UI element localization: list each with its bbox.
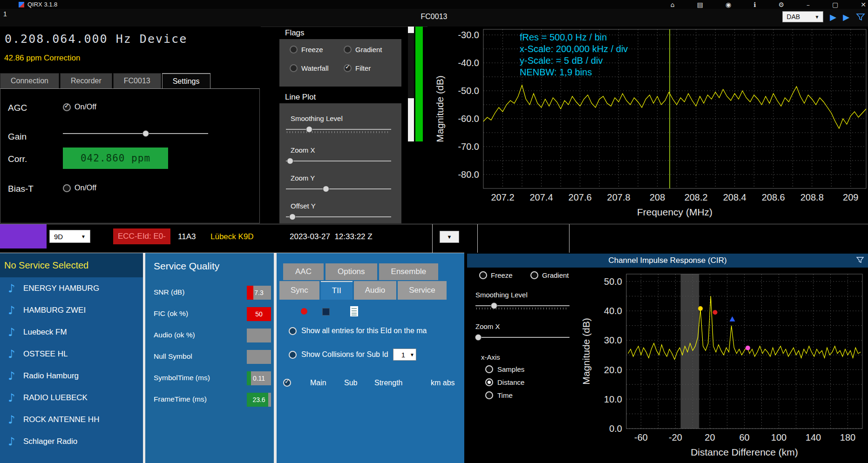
cir-freeze-radio[interactable] [479, 271, 487, 279]
service-item[interactable]: ♪ ENERGY HAMBURG [0, 277, 143, 299]
ensemble-name: Lübeck K9D [210, 232, 254, 242]
xaxis-time-option[interactable]: Time [481, 391, 513, 399]
cir-zoomx-track[interactable] [475, 337, 570, 338]
tab-fc0013[interactable]: FC0013 [113, 73, 161, 88]
service-item[interactable]: ♪ HAMBURG ZWEI [0, 299, 143, 321]
document-icon[interactable] [350, 306, 358, 316]
filter-funnel-icon[interactable] [856, 256, 864, 264]
service-item[interactable]: ♪ Luebeck FM [0, 321, 143, 343]
svg-text:209: 209 [843, 192, 858, 202]
tab-service[interactable]: Service [398, 281, 447, 300]
tab-tii[interactable]: TII [321, 281, 353, 300]
xaxis-samples-radio[interactable] [485, 365, 493, 373]
service-item[interactable]: ♪ RADIO LUEBECK [0, 387, 143, 409]
tab-settings[interactable]: Settings [162, 73, 210, 88]
cir-freeze-option[interactable]: Freeze [475, 271, 513, 279]
music-note-icon: ♪ [0, 348, 23, 361]
minimize-icon[interactable]: – [807, 1, 810, 8]
level-scrollbar[interactable] [408, 27, 414, 141]
offsety-slider-thumb[interactable] [289, 214, 296, 220]
zoomx-slider-thumb[interactable] [287, 158, 293, 164]
map-icon[interactable]: ▤ [697, 1, 703, 8]
close-icon[interactable]: ✕ [861, 1, 866, 8]
music-note-icon: ♪ [0, 326, 23, 339]
service-item[interactable]: ♪ Schlager Radio [0, 430, 143, 452]
offsety-slider[interactable] [286, 213, 391, 221]
smoothing-slider-thumb[interactable] [306, 126, 312, 133]
xaxis-distance-option[interactable]: Distance [481, 378, 524, 386]
freeze-option[interactable]: Freeze [286, 46, 323, 54]
gradient-option[interactable]: Gradient [340, 46, 382, 54]
settings-gear-icon[interactable]: ⚙ [778, 1, 784, 8]
home-icon[interactable]: ⌂ [671, 1, 675, 8]
agc-control[interactable]: On/Off [63, 103, 96, 111]
spectrum-plot[interactable]: 207.2207.4207.6207.8208208.2208.4208.620… [427, 27, 868, 224]
cir-gradient-radio[interactable] [530, 271, 538, 279]
filter-option[interactable]: Filter [340, 64, 371, 72]
smoothing-slider-track[interactable] [286, 129, 391, 130]
channel-select[interactable]: 9D ▼ [49, 230, 90, 243]
zoomy-slider[interactable] [286, 185, 391, 193]
xaxis-samples-option[interactable]: Samples [481, 365, 524, 373]
service-item[interactable]: ♪ Radio Hamburg [0, 365, 143, 387]
mode-select[interactable]: DAB ▼ [782, 11, 823, 22]
xaxis-distance-radio[interactable] [485, 378, 493, 386]
ensemble-dropdown-button[interactable]: ▼ [440, 231, 459, 243]
svg-text:-40.0: -40.0 [458, 58, 479, 68]
show-all-entries-radio[interactable] [289, 327, 297, 335]
symboltime-label: SymbolTime (ms) [154, 374, 210, 382]
level-scrollbar-thumb[interactable] [408, 33, 414, 98]
zoomx-slider[interactable] [286, 157, 391, 165]
app-logo-icon [19, 2, 24, 7]
smoothing-slider[interactable] [286, 126, 391, 133]
tii-table-header: Main Sub Strength km abs [283, 378, 460, 389]
play-all-icon[interactable]: ▶ [843, 12, 849, 22]
filter-funnel-icon[interactable] [856, 13, 865, 21]
cir-gradient-option[interactable]: Gradient [527, 271, 569, 279]
frametime-value: 23.6 [247, 393, 271, 407]
xaxis-time-radio[interactable] [485, 391, 493, 399]
gain-slider-track[interactable] [63, 133, 208, 134]
service-item[interactable]: ♪ OSTSEE HL [0, 343, 143, 365]
gain-slider[interactable] [63, 130, 208, 137]
waterfall-option[interactable]: Waterfall [286, 64, 329, 72]
broadcast-icon[interactable]: ◉ [726, 1, 731, 8]
zoomy-slider-track[interactable] [286, 188, 391, 189]
svg-text:-60.0: -60.0 [458, 114, 479, 124]
cir-plot[interactable]: -60-2020601001401800.010.020.030.040.050… [577, 268, 868, 463]
biast-checkbox[interactable] [63, 184, 71, 192]
subid-select[interactable]: 1 ▼ [393, 349, 416, 361]
tab-ensemble[interactable]: Ensemble [379, 263, 439, 280]
cir-smoothing-slider[interactable] [475, 302, 570, 309]
tab-connection[interactable]: Connection [0, 73, 59, 88]
info-icon[interactable]: ℹ [753, 1, 756, 8]
tab-aac[interactable]: AAC [283, 263, 324, 280]
tab-recorder[interactable]: Recorder [60, 73, 112, 88]
cir-smoothing-track[interactable] [475, 305, 570, 306]
play-icon[interactable]: ▶ [830, 12, 836, 22]
cir-zoomx-thumb[interactable] [475, 334, 481, 341]
service-item[interactable]: ♪ ROCK ANTENNE HH [0, 409, 143, 430]
zoomy-slider-thumb[interactable] [323, 186, 329, 192]
fic-value: 50 [247, 307, 271, 321]
tab-audio[interactable]: Audio [354, 281, 396, 300]
tii-table-checkbox[interactable] [283, 379, 291, 387]
show-collisions-radio[interactable] [289, 351, 297, 359]
maximize-icon[interactable]: ▢ [832, 1, 838, 8]
freeze-radio[interactable] [290, 46, 298, 54]
waterfall-radio[interactable] [290, 64, 298, 72]
decoder-sub-tabs: Sync TII Audio Service [279, 281, 447, 300]
agc-checkbox[interactable] [63, 103, 71, 111]
show-all-entries-option[interactable]: Show all entries for this EId on the ma [284, 327, 427, 335]
zoomx-slider-track[interactable] [286, 161, 391, 161]
filter-checkbox[interactable] [344, 64, 352, 72]
cir-zoomx-slider[interactable] [475, 334, 570, 341]
gain-slider-thumb[interactable] [142, 130, 149, 137]
show-collisions-option[interactable]: Show Collisions for Sub Id 1 ▼ [284, 349, 416, 361]
svg-text:208.6: 208.6 [762, 192, 785, 202]
gradient-radio[interactable] [344, 46, 352, 54]
tab-options[interactable]: Options [326, 263, 377, 280]
tab-sync[interactable]: Sync [279, 281, 319, 300]
offsety-slider-track[interactable] [286, 216, 391, 217]
biast-control[interactable]: On/Off [63, 184, 96, 192]
